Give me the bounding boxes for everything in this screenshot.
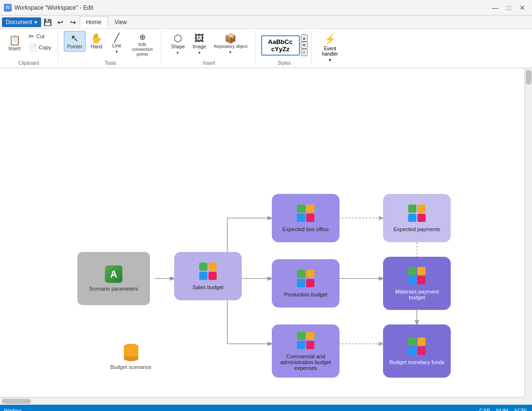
document-button[interactable]: Document ▾ xyxy=(2,17,41,27)
svg-rect-9 xyxy=(199,272,207,280)
document-label: Document xyxy=(6,19,32,26)
repository-object-button[interactable]: 📦 Repository object ▾ xyxy=(210,31,251,57)
redo-button[interactable]: ↪ xyxy=(67,16,79,28)
insert-button[interactable]: 📋 Insert xyxy=(4,31,25,55)
box-office-label: Expected box office xyxy=(282,226,329,232)
node-scenario[interactable]: A Scenario parameters xyxy=(77,252,150,305)
image-button[interactable]: 🖼 Image ▾ xyxy=(189,31,209,58)
svg-rect-33 xyxy=(408,347,416,355)
node-sales[interactable]: Sales budget xyxy=(174,252,242,300)
expected-payments-label: Expected payments xyxy=(394,226,441,232)
repository-object-label: Repository object xyxy=(214,44,248,49)
style-preview[interactable]: AaBbCc cYyZz xyxy=(261,35,300,56)
scenario-label: Scenario parameters xyxy=(89,286,138,292)
vertical-scrollbar[interactable] xyxy=(524,68,532,397)
production-icon xyxy=(297,270,314,289)
node-expected-payments[interactable]: Expected payments xyxy=(383,194,451,242)
svg-rect-12 xyxy=(306,205,314,213)
vertical-scroll-thumb[interactable] xyxy=(526,70,532,85)
hand-label: Hand xyxy=(90,44,102,49)
style-scroll-down[interactable]: ▼ xyxy=(301,42,308,49)
menu-bar: Document ▾ 💾 ↩ ↪ Home View xyxy=(0,15,532,29)
svg-rect-13 xyxy=(297,214,305,222)
horizontal-scrollbar[interactable] xyxy=(0,397,524,405)
undo-button[interactable]: ↩ xyxy=(55,16,66,28)
tab-view[interactable]: View xyxy=(109,17,133,28)
insert-items: ⬡ Shape ▾ 🖼 Image ▾ 📦 Repository object … xyxy=(167,31,251,59)
node-monetary[interactable]: Budget monetary funds xyxy=(383,324,451,378)
svg-rect-20 xyxy=(306,270,314,278)
node-budget-scenarios[interactable]: Budget scenarios xyxy=(110,344,151,370)
sales-label: Sales budget xyxy=(192,284,223,290)
node-production[interactable]: Production budget xyxy=(272,259,340,308)
insert-icon: 📋 xyxy=(9,35,21,45)
style-expand[interactable]: ≡ xyxy=(301,49,308,56)
sales-icon xyxy=(199,263,217,281)
commercial-icon xyxy=(297,332,314,351)
svg-rect-7 xyxy=(199,263,207,271)
styles-group-label: Styles xyxy=(278,60,291,66)
line-chevron: ▾ xyxy=(116,49,118,54)
shape-chevron: ▾ xyxy=(177,50,179,55)
save-button[interactable]: 💾 xyxy=(42,16,54,28)
canvas-area[interactable]: A Scenario parameters xyxy=(0,68,532,405)
ribbon-group-insert: ⬡ Shape ▾ 🖼 Image ▾ 📦 Repository object … xyxy=(167,31,255,66)
hand-button[interactable]: ✋ Hand xyxy=(87,31,106,52)
monetary-label: Budget monetary funds xyxy=(389,359,444,365)
event-handler-button[interactable]: ⚡ Eventhandler ▾ xyxy=(318,31,342,65)
pointer-label: Pointer xyxy=(67,44,83,49)
status-bar: Waiting... CAP NUM SCRL xyxy=(0,405,532,411)
styles-items: AaBbCc cYyZz ▲ ▼ ≡ xyxy=(261,31,308,59)
num-indicator: NUM xyxy=(496,408,508,411)
svg-rect-14 xyxy=(306,214,314,222)
horizontal-scroll-thumb[interactable] xyxy=(2,399,31,404)
ribbon: 📋 Insert ✂ Cut 📄 Copy Clipboard ↖ P xyxy=(0,29,532,68)
event-handler-icon: ⚡ xyxy=(324,33,336,45)
clipboard-group-label: Clipboard xyxy=(18,60,39,66)
edit-connection-label: Edit connection points xyxy=(131,42,154,57)
node-box-office[interactable]: Expected box office xyxy=(272,194,340,242)
close-button[interactable]: ✕ xyxy=(517,2,528,14)
svg-rect-22 xyxy=(306,279,314,287)
tools-group-label: Tools xyxy=(105,60,116,66)
cut-button[interactable]: ✂ Cut xyxy=(26,31,54,42)
node-commercial[interactable]: Commercial and administration budget exp… xyxy=(272,324,340,378)
event-handler-label: Eventhandler xyxy=(322,46,338,57)
materials-icon xyxy=(408,267,426,286)
clipboard-items: 📋 Insert ✂ Cut 📄 Copy xyxy=(4,31,54,59)
minimize-button[interactable]: — xyxy=(489,2,501,14)
image-chevron: ▾ xyxy=(198,50,201,55)
style-text-line2: cYyZz xyxy=(266,45,295,53)
production-label: Production budget xyxy=(284,292,327,297)
title-bar: W Workspace "Workspace" - Edit — □ ✕ xyxy=(0,0,532,15)
style-scroll: ▲ ▼ ≡ xyxy=(301,34,308,56)
copy-button[interactable]: 📄 Copy xyxy=(26,42,54,53)
tab-home[interactable]: Home xyxy=(80,16,108,28)
main-container: A Scenario parameters xyxy=(0,68,532,405)
event-handler-chevron: ▾ xyxy=(329,58,331,62)
diagram-canvas: A Scenario parameters xyxy=(0,68,524,397)
image-label: Image xyxy=(192,44,206,49)
style-text-line1: AaBbCc xyxy=(266,38,295,45)
svg-rect-32 xyxy=(417,338,426,346)
repoobj-chevron: ▾ xyxy=(229,50,232,55)
svg-rect-8 xyxy=(208,263,217,271)
doc-chevron-icon: ▾ xyxy=(34,19,37,26)
restore-button[interactable]: □ xyxy=(503,2,515,14)
svg-rect-31 xyxy=(408,338,416,346)
svg-rect-28 xyxy=(306,332,314,340)
pointer-button[interactable]: ↖ Pointer xyxy=(64,31,86,52)
style-scroll-up[interactable]: ▲ xyxy=(301,34,308,42)
line-button[interactable]: ╱ Line ▾ xyxy=(107,31,126,57)
caps-indicator: CAP xyxy=(479,408,490,411)
node-materials[interactable]: Materials payment budget xyxy=(383,257,451,310)
edit-connection-button[interactable]: ⊕ Edit connection points xyxy=(127,31,157,59)
copy-label: Copy xyxy=(39,44,51,50)
box-office-icon xyxy=(297,205,314,223)
shape-button[interactable]: ⬡ Shape ▾ xyxy=(167,31,188,58)
commercial-label: Commercial and administration budget exp… xyxy=(277,353,335,371)
svg-rect-18 xyxy=(417,214,426,222)
monetary-icon xyxy=(408,338,426,356)
materials-label: Materials payment budget xyxy=(388,289,446,300)
repository-object-icon: 📦 xyxy=(224,33,236,43)
